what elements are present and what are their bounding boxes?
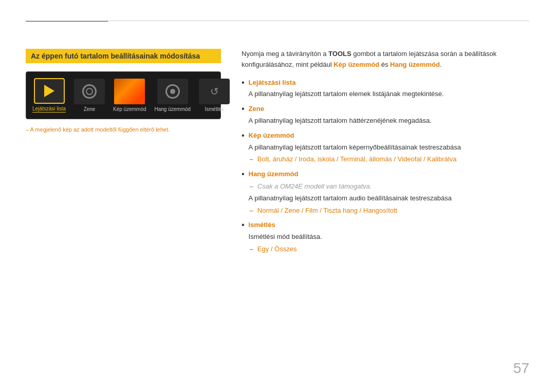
bullet-zene: • Zene A pillanatnyilag lejátszott tarta…: [242, 104, 529, 126]
bullet-desc-zene: A pillanatnyilag lejátszott tartalom hát…: [249, 116, 529, 126]
bullet-lejatszasi: • Lejátszási lista A pillanatnyilag lejá…: [242, 78, 529, 100]
bullet-desc-hang: A pillanatnyilag lejátszott tartalom aud…: [249, 193, 529, 204]
bullet-dot-4: •: [242, 169, 245, 179]
bullet-dot-3: •: [242, 130, 245, 140]
bullet-hang: • Hang üzemmód – Csak a OM24E modell van…: [242, 169, 529, 216]
page-number: 57: [513, 360, 529, 377]
landscape-image: [114, 79, 145, 104]
media-icon-ismetles[interactable]: ↺ Ismétlés: [199, 79, 230, 112]
repeat-icon: ↺: [210, 85, 219, 98]
media-icon-zene[interactable]: Zene: [74, 79, 105, 112]
section-title: Az éppen futó tartalom beállításainak mó…: [26, 49, 221, 63]
media-icons-row: Lejátszási lista Zene Kép: [32, 78, 214, 113]
bullet-ismetles: • Ismétlés Ismétlési mód beállítása. – E…: [242, 220, 529, 254]
kep-label: Kép üzemmód: [113, 106, 146, 112]
play-triangle-icon: [44, 85, 54, 97]
bullet-dot-2: •: [242, 104, 245, 114]
intro-prefix: Nyomja meg a távirányítón a: [242, 50, 328, 58]
intro-link1: Kép üzemmód: [334, 61, 379, 68]
sub-content-kep: Bolt, áruház / Iroda, iskola / Terminál,…: [257, 154, 457, 165]
footnote: – A megjelenő kép az adott modeltől függ…: [26, 126, 221, 133]
sub-content-ismetles: Egy / Összes: [257, 244, 297, 255]
sub-item-hang-1: – Normál / Zene / Film / Tiszta hang / H…: [250, 206, 529, 216]
kep-icon-box: [114, 79, 145, 104]
sub-content-hang: Normál / Zene / Film / Tiszta hang / Han…: [257, 206, 397, 216]
ring-icon: [165, 84, 180, 99]
bullet-content-4: Hang üzemmód – Csak a OM24E modell van t…: [249, 169, 529, 216]
right-column: Nyomja meg a távirányítón a TOOLS gombot…: [242, 49, 529, 256]
bullet-title-hang: Hang üzemmód: [249, 169, 529, 180]
music-circle-icon: [82, 84, 97, 99]
sub-dash-ismetles: –: [250, 244, 253, 255]
sub-item-ismetles-1: – Egy / Összes: [250, 244, 529, 255]
bullet-dot-1: •: [242, 78, 245, 87]
bullet-desc-ismetles: Ismétlési mód beállítása.: [249, 232, 529, 242]
hang-icon-box: [157, 79, 188, 104]
intro-link2: Hang üzemmód: [390, 61, 440, 68]
sub-item-kep-1: – Bolt, áruház / Iroda, iskola / Terminá…: [250, 154, 529, 165]
sub-dash-kep: –: [250, 154, 253, 165]
bullet-content-2: Zene A pillanatnyilag lejátszott tartalo…: [249, 104, 529, 126]
content-area: Az éppen futó tartalom beállításainak mó…: [26, 49, 529, 256]
bullet-content-3: Kép üzemmód A pillanatnyilag lejátszott …: [249, 130, 529, 165]
media-icon-playlist[interactable]: Lejátszási lista: [32, 78, 66, 113]
sub-dash-hang: –: [250, 206, 253, 216]
bullet-title-ismetles: Ismétlés: [249, 220, 529, 231]
bullet-desc-lejatszasi: A pillanatnyilag lejátszott tartalom ele…: [249, 89, 529, 100]
intro-connector: és: [379, 61, 390, 68]
playlist-icon-box: [34, 78, 65, 104]
sub-item-hang-note: – Csak a OM24E modell van támogatva.: [250, 181, 529, 192]
top-line: [26, 21, 529, 21]
media-icon-hang[interactable]: Hang üzemmód: [155, 79, 191, 112]
ismetles-icon-box: ↺: [199, 79, 230, 104]
zene-icon-box: [74, 79, 105, 104]
bullet-title-zene: Zene: [249, 104, 529, 115]
media-player: Lejátszási lista Zene Kép: [26, 71, 221, 119]
sub-content-hang-note: Csak a OM24E modell van támogatva.: [257, 181, 372, 192]
ismetles-label: Ismétlés: [205, 106, 224, 112]
bullet-desc-kep: A pillanatnyilag lejátszott tartalom kép…: [249, 142, 529, 153]
bullet-content-5: Ismétlés Ismétlési mód beállítása. – Egy…: [249, 220, 529, 254]
hang-label: Hang üzemmód: [155, 106, 191, 112]
bullet-content-1: Lejátszási lista A pillanatnyilag lejáts…: [249, 78, 529, 100]
bullet-title-lejatszasi: Lejátszási lista: [249, 78, 529, 88]
intro-suffix: .: [440, 61, 442, 68]
zene-label: Zene: [84, 106, 96, 112]
bullet-kep: • Kép üzemmód A pillanatnyilag lejátszot…: [242, 130, 529, 165]
bullet-title-kep: Kép üzemmód: [249, 130, 529, 141]
left-column: Az éppen futó tartalom beállításainak mó…: [26, 49, 221, 256]
playlist-label: Lejátszási lista: [32, 106, 66, 113]
tools-word: TOOLS: [328, 50, 351, 58]
page-container: Az éppen futó tartalom beállításainak mó…: [0, 0, 555, 392]
sub-dash-hang-note: –: [250, 181, 253, 192]
media-icon-kep[interactable]: Kép üzemmód: [113, 79, 146, 112]
intro-text: Nyomja meg a távirányítón a TOOLS gombot…: [242, 49, 529, 70]
bullet-dot-5: •: [242, 220, 245, 230]
